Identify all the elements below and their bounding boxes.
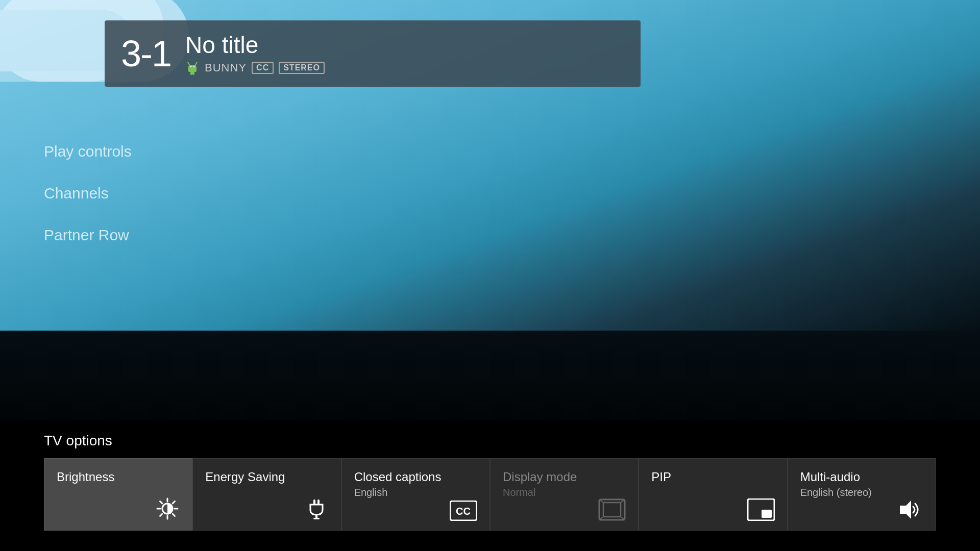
display-mode-icon bbox=[598, 498, 626, 521]
audio-badge: STEREO bbox=[279, 62, 325, 74]
svg-line-1 bbox=[195, 62, 197, 65]
sidebar-item-partner-row[interactable]: Partner Row bbox=[44, 227, 132, 244]
tile-display-mode[interactable]: Display mode Normal bbox=[490, 458, 639, 531]
channel-source: BUNNY bbox=[205, 61, 247, 74]
energy-icon-area bbox=[205, 485, 328, 521]
android-icon bbox=[185, 61, 200, 75]
tile-display-mode-title: Display mode bbox=[503, 470, 626, 485]
tile-display-mode-subtitle: Normal bbox=[503, 487, 626, 498]
sidebar-item-channels[interactable]: Channels bbox=[44, 185, 132, 202]
tile-energy-saving[interactable]: Energy Saving bbox=[192, 458, 341, 531]
brightness-icon-area bbox=[57, 485, 180, 521]
tile-brightness[interactable]: Brightness bbox=[44, 458, 192, 531]
svg-line-8 bbox=[160, 502, 162, 504]
svg-line-9 bbox=[173, 514, 175, 516]
channel-title: No title bbox=[185, 32, 325, 58]
svg-rect-20 bbox=[603, 503, 621, 517]
tile-closed-captions-title: Closed captions bbox=[354, 470, 477, 485]
svg-line-10 bbox=[173, 502, 175, 504]
options-grid: Brightness bbox=[44, 458, 936, 531]
svg-marker-27 bbox=[900, 500, 911, 519]
svg-line-0 bbox=[188, 62, 189, 65]
svg-point-3 bbox=[193, 66, 194, 67]
tile-pip[interactable]: PIP bbox=[639, 458, 787, 531]
audio-icon-area bbox=[800, 498, 923, 521]
tile-closed-captions[interactable]: Closed captions English CC bbox=[341, 458, 490, 531]
tile-pip-title: PIP bbox=[651, 470, 774, 485]
svg-rect-16 bbox=[313, 518, 320, 519]
tv-options-label: TV options bbox=[44, 433, 936, 449]
svg-line-11 bbox=[160, 514, 162, 516]
channel-number: 3-1 bbox=[121, 35, 171, 72]
sidebar-item-play-controls[interactable]: Play controls bbox=[44, 143, 132, 160]
svg-point-2 bbox=[190, 66, 191, 67]
energy-saving-icon bbox=[304, 496, 329, 521]
tile-closed-captions-subtitle: English bbox=[354, 487, 477, 498]
multi-audio-icon bbox=[897, 498, 923, 521]
tile-energy-saving-title: Energy Saving bbox=[205, 470, 328, 485]
brightness-icon bbox=[155, 496, 180, 521]
cc-badge: CC bbox=[252, 62, 274, 74]
pip-icon bbox=[747, 498, 775, 521]
channel-info: No title BUNNY CC STEREO bbox=[185, 32, 325, 76]
tile-multi-audio-title: Multi-audio bbox=[800, 470, 923, 485]
tile-brightness-title: Brightness bbox=[57, 470, 180, 485]
closed-captions-icon: CC bbox=[450, 500, 477, 521]
tile-multi-audio[interactable]: Multi-audio English (stereo) bbox=[788, 458, 936, 531]
display-mode-icon-area bbox=[503, 498, 626, 521]
channel-banner: 3-1 No title BUNNY CC STEREO bbox=[105, 20, 641, 87]
cc-icon-area: CC bbox=[354, 498, 477, 521]
tile-multi-audio-subtitle: English (stereo) bbox=[800, 487, 923, 498]
sidebar: Play controls Channels Partner Row bbox=[44, 143, 132, 268]
pip-icon-area bbox=[651, 485, 774, 521]
tv-options-section: TV options Brightness bbox=[0, 420, 980, 551]
svg-rect-26 bbox=[762, 510, 772, 518]
channel-meta: BUNNY CC STEREO bbox=[185, 61, 325, 75]
svg-text:CC: CC bbox=[456, 506, 471, 517]
